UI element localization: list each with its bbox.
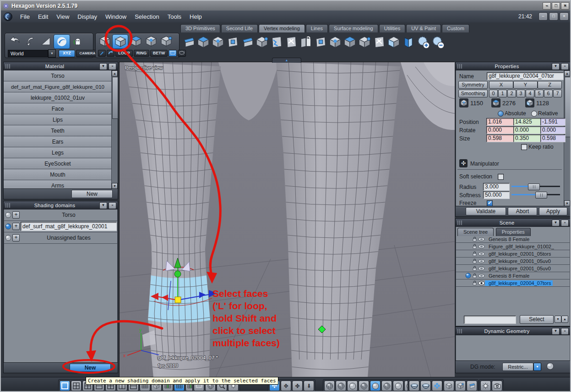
backface-cull-icon[interactable] bbox=[409, 381, 419, 391]
material-collapse-icon[interactable]: ▼ bbox=[99, 63, 107, 70]
material-item[interactable]: Legs bbox=[4, 147, 112, 158]
dg-collapse-icon[interactable]: ▼ bbox=[552, 328, 560, 335]
material-item[interactable]: Ears bbox=[4, 136, 112, 147]
vm-tool-flip-icon[interactable] bbox=[299, 35, 313, 49]
smooth-wire-mode-icon[interactable] bbox=[381, 381, 392, 391]
shading-new-button[interactable]: New bbox=[70, 364, 111, 372]
manipulator-rotate-icon[interactable]: ✤ bbox=[292, 381, 303, 391]
app-minimize-icon[interactable]: – bbox=[538, 12, 548, 21]
shading-row[interactable]: + Torso bbox=[4, 209, 118, 221]
smoothing-2[interactable]: 2 bbox=[507, 90, 516, 97]
lasso-select-icon[interactable] bbox=[107, 50, 114, 57]
viewport-collapse-handle[interactable]: ▲ bbox=[272, 58, 301, 63]
material-item[interactable]: Arms bbox=[4, 180, 112, 189]
shading-add-icon[interactable]: + bbox=[12, 211, 20, 219]
material-item[interactable]: lekkupre_01002_01uv bbox=[4, 92, 112, 103]
select-object-icon[interactable] bbox=[143, 34, 158, 48]
show-box-icon[interactable] bbox=[444, 381, 454, 391]
normals-icon[interactable] bbox=[432, 381, 442, 391]
symmetry-y-button[interactable]: Y bbox=[513, 81, 538, 89]
vm-tool-mirror-icon[interactable] bbox=[401, 35, 415, 49]
redo-icon[interactable] bbox=[22, 34, 38, 48]
scene-select-button[interactable]: Select bbox=[520, 315, 554, 324]
smooth-mode-icon[interactable] bbox=[370, 381, 381, 391]
dg-mode-dropdown[interactable]: Restric... bbox=[502, 363, 533, 371]
vm-tool-connect-icon[interactable] bbox=[328, 35, 342, 49]
material-item[interactable]: Face bbox=[4, 103, 112, 114]
scene-row-selected[interactable]: g8f_lekkupre_02004_07tors bbox=[456, 279, 570, 287]
viewport-3d-scene[interactable]: x y z Perspective view g8f_lekkupre_0200… bbox=[120, 62, 455, 377]
material-item[interactable]: def_surf_mat_Figure_g8f_lekkupre_010 bbox=[4, 81, 112, 92]
material-item[interactable]: Lips bbox=[4, 114, 112, 125]
matcap-mode-icon[interactable] bbox=[393, 381, 403, 391]
select-faces-icon[interactable] bbox=[112, 34, 128, 49]
app-maximize-icon[interactable]: □ bbox=[549, 12, 558, 21]
camera-snapshot-icon[interactable] bbox=[492, 381, 502, 391]
vm-tool-smooth-icon[interactable] bbox=[284, 35, 298, 49]
world-dropdown-arrow-icon[interactable]: ▼ bbox=[48, 49, 56, 58]
soft-selection-checkbox[interactable] bbox=[498, 174, 504, 180]
menu-file[interactable]: File bbox=[16, 13, 34, 20]
material-new-button[interactable]: New bbox=[71, 190, 113, 198]
double-side-icon[interactable] bbox=[420, 381, 431, 391]
wire-shaded-mode-icon[interactable] bbox=[336, 381, 346, 391]
properties-collapse-icon[interactable]: ▼ bbox=[552, 63, 560, 70]
menu-selection[interactable]: Selection bbox=[131, 13, 163, 20]
radius-field[interactable]: 3.000 bbox=[483, 183, 510, 191]
menu-view[interactable]: View bbox=[52, 13, 73, 20]
os-maximize-icon[interactable]: □ bbox=[552, 2, 560, 10]
shading-panel-header[interactable]: Shading domains ▼ × bbox=[4, 201, 118, 209]
smoothing-button[interactable]: Smoothing bbox=[458, 90, 488, 97]
vm-tool-window-icon[interactable] bbox=[225, 35, 239, 49]
dg-panel-header[interactable]: Dynamic Geometry ▼ × bbox=[456, 327, 570, 335]
shading-row-field[interactable]: def_surf_mat_g8f_lekkupre_02001 bbox=[21, 222, 117, 231]
tab-uv-paint[interactable]: UV & Paint bbox=[406, 24, 441, 32]
material-close-icon[interactable]: × bbox=[109, 63, 116, 70]
shading-row-label[interactable]: Unassigned faces bbox=[20, 235, 118, 241]
rotate-z-field[interactable]: 0.000 bbox=[540, 126, 566, 134]
perspective-viewport[interactable]: x y z Perspective view g8f_lekkupre_0200… bbox=[119, 62, 454, 377]
tab-custom[interactable]: Custom bbox=[442, 24, 469, 32]
scroll-up-icon[interactable]: ▲ bbox=[112, 70, 118, 76]
flat-wire-mode-icon[interactable] bbox=[359, 381, 369, 391]
softness-slider[interactable] bbox=[511, 192, 560, 198]
position-y-field[interactable]: 14.825 bbox=[513, 118, 541, 126]
symmetry-button[interactable]: Symmetry bbox=[458, 81, 488, 89]
material-panel-header[interactable]: Material ▼ × bbox=[4, 62, 118, 70]
vm-tool-dissolve-icon[interactable] bbox=[357, 35, 371, 49]
xyz-button[interactable]: XYZ bbox=[59, 50, 75, 57]
symmetry-z-button[interactable]: Z bbox=[538, 81, 562, 89]
smoothing-4[interactable]: 4 bbox=[526, 90, 534, 97]
shading-add-icon[interactable]: + bbox=[12, 234, 20, 242]
vm-tool-extrude-icon[interactable] bbox=[196, 35, 210, 49]
dg-mode-arrow-icon[interactable]: ▼ bbox=[533, 363, 541, 371]
material-item[interactable]: Mouth bbox=[4, 169, 112, 180]
shading-ball-icon[interactable] bbox=[5, 235, 11, 241]
vm-tool-symmetry-icon[interactable] bbox=[372, 35, 386, 49]
smoothing-6[interactable]: 6 bbox=[544, 90, 553, 97]
vm-tool-weld-icon[interactable] bbox=[313, 35, 327, 49]
tab-vertex-modeling[interactable]: Vertex modeling bbox=[259, 24, 305, 32]
tab-scene-properties[interactable]: Properties bbox=[496, 228, 531, 236]
rotate-x-field[interactable]: 0.000 bbox=[486, 126, 514, 134]
symmetry-x-button[interactable]: X bbox=[489, 81, 513, 89]
tab-surface-modeling[interactable]: Surface modeling bbox=[329, 24, 378, 32]
scene-collapse-icon[interactable]: ▼ bbox=[552, 220, 560, 226]
tab-lines[interactable]: Lines bbox=[306, 24, 328, 32]
properties-panel-header[interactable]: Properties ▼ × bbox=[456, 62, 570, 70]
select-uv-icon[interactable] bbox=[158, 34, 174, 48]
properties-close-icon[interactable]: × bbox=[561, 63, 569, 70]
dg-close-icon[interactable]: × bbox=[561, 328, 569, 335]
menu-tools[interactable]: Tools bbox=[163, 13, 185, 20]
vm-tool-remove-points-icon[interactable] bbox=[430, 35, 445, 49]
show-multi-icon[interactable] bbox=[467, 381, 477, 391]
shading-collapse-icon[interactable]: ▼ bbox=[99, 202, 107, 209]
eraser-icon[interactable] bbox=[38, 34, 54, 48]
rect-marquee-icon[interactable] bbox=[169, 50, 177, 57]
shading-row[interactable]: + Unassigned faces bbox=[4, 232, 118, 244]
dynamic-geometry-toggle-icon[interactable] bbox=[54, 34, 70, 49]
validate-button[interactable]: Validate bbox=[466, 207, 506, 215]
scene-filter-input[interactable] bbox=[464, 316, 516, 324]
scene-up-icon[interactable]: ▲ bbox=[561, 316, 568, 323]
scene-row[interactable]: g8f_lekkupre_02001_05uv0 bbox=[456, 265, 570, 272]
